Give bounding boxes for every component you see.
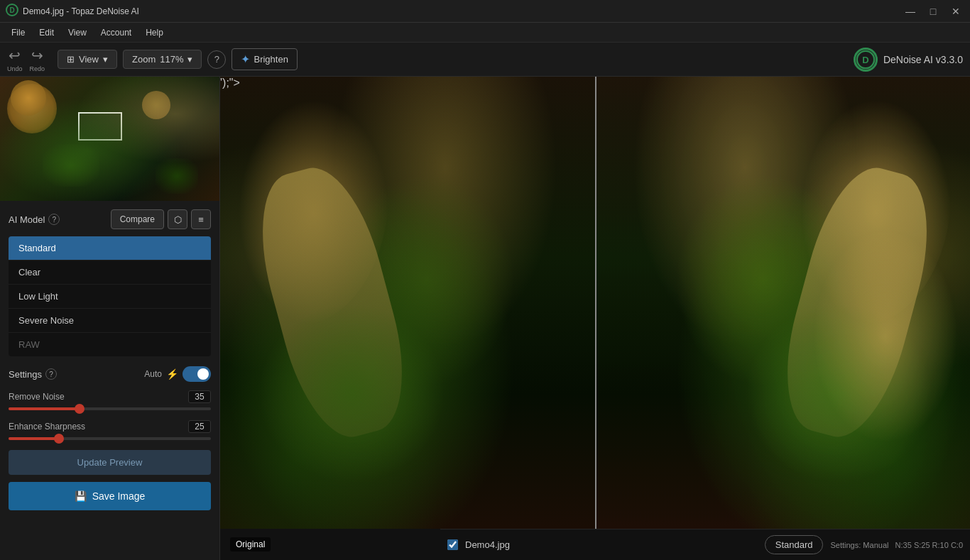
remove-noise-header: Remove Noise 35 [9, 390, 211, 403]
brightness-icon: ✦ [241, 53, 250, 66]
zoom-label: Zoom [132, 54, 156, 65]
logo-text: DeNoise AI v3.3.0 [883, 54, 963, 65]
settings-label: Settings: [830, 541, 861, 549]
lightning-icon: ⚡ [166, 368, 178, 380]
canvas-divider[interactable] [595, 77, 596, 560]
model-list: Standard Clear Low Light Severe Noise RA… [9, 236, 211, 356]
question-mark-icon: ? [214, 54, 219, 65]
enhance-sharpness-value: 25 [188, 420, 211, 433]
title-bar: D Demo4.jpg - Topaz DeNoise AI — □ ✕ [0, 0, 970, 23]
toolbar: ↩ Undo ↪ Redo ⊞ View ▾ Zoom 117% ▾ ? ✦ B… [0, 43, 970, 77]
settings-section-header: Settings ? Auto ⚡ [9, 366, 211, 382]
remove-noise-thumb[interactable] [75, 404, 85, 414]
view-button[interactable]: ⊞ View ▾ [58, 50, 117, 69]
viewport-box [78, 112, 122, 141]
app-logo: D DeNoise AI v3.3.0 [854, 48, 963, 72]
undo-redo-group: ↩ Undo ↪ Redo [7, 47, 45, 72]
original-image: ');"> [220, 77, 595, 529]
zoom-chevron-icon: ▾ [187, 54, 192, 65]
zoom-value: 117% [160, 54, 183, 65]
menu-view[interactable]: View [61, 25, 94, 40]
redo-label: Redo [30, 65, 45, 72]
redo-button[interactable]: ↪ Redo [30, 47, 45, 72]
auto-toggle[interactable] [182, 366, 211, 382]
close-button[interactable]: ✕ [950, 6, 961, 17]
window-controls[interactable]: — □ ✕ [905, 6, 961, 17]
updated-image [595, 77, 970, 529]
redo-icon: ↪ [31, 47, 43, 64]
maximize-button[interactable]: □ [927, 6, 939, 17]
main-layout: AI Model ? Compare ⬡ ≡ Standard Clear Lo… [0, 77, 970, 560]
ai-model-section-header: AI Model ? Compare ⬡ ≡ [9, 209, 211, 229]
undo-label: Undo [7, 65, 23, 72]
remove-noise-label: Remove Noise [9, 392, 65, 402]
canvas-left-original: ');"> [220, 77, 595, 529]
ai-model-help-icon[interactable]: ? [48, 214, 60, 225]
brighten-button[interactable]: ✦ Brighten [231, 48, 297, 70]
remove-noise-track[interactable] [9, 407, 211, 410]
auto-label: Auto [144, 369, 162, 379]
remove-noise-section: Remove Noise 35 [9, 390, 211, 410]
app-icon: D [6, 4, 18, 19]
original-label: Original [230, 537, 271, 551]
model-item-lowlight[interactable]: Low Light [9, 285, 211, 309]
enhance-sharpness-section: Enhance Sharpness 25 [9, 420, 211, 440]
save-label: Save Image [92, 490, 146, 502]
file-checkbox[interactable] [447, 539, 458, 550]
standard-badge-button[interactable]: Standard [765, 535, 824, 554]
svg-text:D: D [9, 6, 14, 14]
logo-icon: D [854, 48, 878, 72]
brighten-label: Brighten [254, 54, 288, 65]
model-item-severe[interactable]: Severe Noise [9, 309, 211, 333]
thumbnail-preview[interactable] [0, 77, 219, 201]
undo-button[interactable]: ↩ Undo [7, 47, 23, 72]
bottom-status-bar: Demo4.jpg Standard Settings: Manual N:35… [440, 529, 970, 560]
file-name: Demo4.jpg [465, 539, 510, 550]
enhance-sharpness-track[interactable] [9, 437, 211, 440]
model-item-standard[interactable]: Standard [9, 236, 211, 260]
remove-noise-fill [9, 407, 80, 410]
canvas-area[interactable]: ');"> Original Standard Updated 🙂 😊 [220, 77, 970, 560]
save-image-button[interactable]: 💾 Save Image [9, 482, 211, 510]
menu-account[interactable]: Account [94, 25, 138, 40]
save-icon: 💾 [75, 490, 87, 502]
settings-details: N:35 S:25 R:10 C:0 [895, 541, 963, 549]
undo-icon: ↩ [9, 47, 21, 64]
title-text: Demo4.jpg - Topaz DeNoise AI [23, 6, 905, 16]
pin-button[interactable]: ⬡ [168, 209, 187, 229]
view-chevron-icon: ▾ [103, 54, 108, 65]
enhance-sharpness-header: Enhance Sharpness 25 [9, 420, 211, 433]
menu-file[interactable]: File [4, 25, 32, 40]
model-item-raw[interactable]: RAW [9, 333, 211, 356]
zoom-control[interactable]: Zoom 117% ▾ [123, 50, 202, 69]
menu-edit[interactable]: Edit [32, 25, 61, 40]
settings-value: Manual [863, 541, 888, 549]
ai-model-title: AI Model ? [9, 214, 60, 225]
minimize-button[interactable]: — [905, 6, 916, 17]
sidebar: AI Model ? Compare ⬡ ≡ Standard Clear Lo… [0, 77, 220, 560]
file-settings-info: Settings: Manual N:35 S:25 R:10 C:0 [830, 541, 963, 549]
remove-noise-value: 35 [188, 390, 211, 403]
enhance-sharpness-thumb[interactable] [54, 434, 64, 444]
list-view-button[interactable]: ≡ [191, 209, 211, 229]
menu-help[interactable]: Help [138, 25, 170, 40]
auto-toggle-container: Auto ⚡ [144, 366, 211, 382]
enhance-sharpness-fill [9, 437, 59, 440]
sidebar-controls: AI Model ? Compare ⬡ ≡ Standard Clear Lo… [0, 201, 219, 560]
settings-title: Settings ? [9, 368, 57, 380]
model-item-clear[interactable]: Clear [9, 260, 211, 285]
settings-help-icon[interactable]: ? [45, 368, 57, 380]
update-preview-button[interactable]: Update Preview [9, 450, 211, 475]
view-label: View [79, 54, 99, 65]
view-panels-icon: ⊞ [67, 54, 75, 65]
help-button[interactable]: ? [207, 50, 226, 69]
menu-bar: File Edit View Account Help [0, 23, 970, 43]
enhance-sharpness-label: Enhance Sharpness [9, 422, 85, 432]
compare-button[interactable]: Compare [111, 209, 164, 229]
ai-model-actions: Compare ⬡ ≡ [111, 209, 211, 229]
svg-text:D: D [862, 54, 868, 65]
canvas-right-updated [595, 77, 970, 529]
